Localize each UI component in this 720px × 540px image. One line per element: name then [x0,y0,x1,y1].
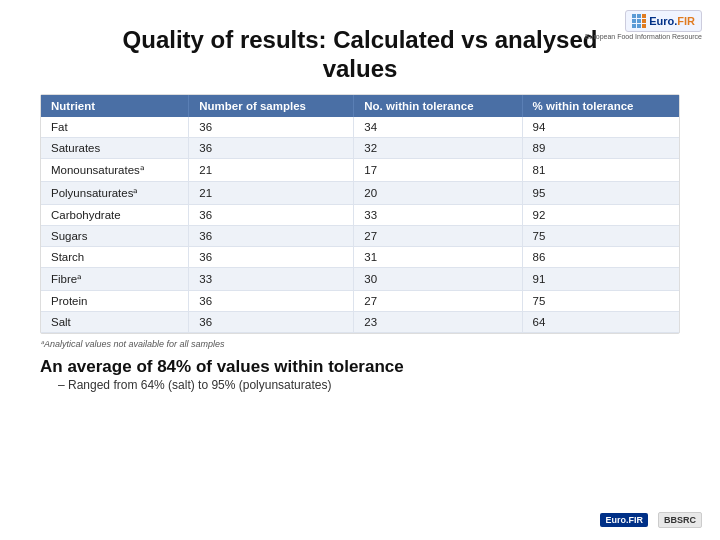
eurofir-logo: Euro.FIR [625,10,702,32]
page: Euro.FIR European Food Information Resou… [0,0,720,540]
cell-within: 30 [354,267,522,290]
cell-nutrient: Fat [41,117,189,138]
summary-main-text: An average of 84% of values within toler… [40,357,680,377]
cell-nutrient: Fibreᵃ [41,267,189,290]
table-row: Starch363186 [41,246,679,267]
table-row: Salt362364 [41,311,679,332]
cell-percent: 86 [522,246,679,267]
logo-subtitle: European Food Information Resource [585,33,702,40]
cell-within: 34 [354,117,522,138]
eurofir-text: Euro.FIR [649,15,695,27]
col-header-percent: % within tolerance [522,95,679,117]
grid-sq-7 [632,24,636,28]
cell-within: 27 [354,290,522,311]
cell-nutrient: Salt [41,311,189,332]
grid-sq-3 [642,14,646,18]
title-line2: values [30,55,690,84]
cell-samples: 36 [189,204,354,225]
cell-nutrient: Monounsaturatesᵃ [41,158,189,181]
col-header-within: No. within tolerance [354,95,522,117]
table-row: Fibreᵃ333091 [41,267,679,290]
cell-nutrient: Protein [41,290,189,311]
cell-within: 33 [354,204,522,225]
cell-within: 17 [354,158,522,181]
col-header-nutrient: Nutrient [41,95,189,117]
cell-percent: 75 [522,290,679,311]
cell-percent: 92 [522,204,679,225]
results-table: Nutrient Number of samples No. within to… [41,95,679,333]
grid-sq-1 [632,14,636,18]
table-row: Sugars362775 [41,225,679,246]
table-row: Carbohydrate363392 [41,204,679,225]
cell-nutrient: Starch [41,246,189,267]
logo-grid-icon [632,14,646,28]
cell-percent: 81 [522,158,679,181]
col-header-samples: Number of samples [189,95,354,117]
cell-within: 23 [354,311,522,332]
cell-samples: 36 [189,137,354,158]
bottom-logos: Euro.FIR BBSRC [600,512,702,528]
cell-samples: 21 [189,158,354,181]
grid-sq-4 [632,19,636,23]
table-header-row: Nutrient Number of samples No. within to… [41,95,679,117]
cell-percent: 94 [522,117,679,138]
bbsrc-logo: BBSRC [658,512,702,528]
cell-nutrient: Polyunsaturatesᵃ [41,181,189,204]
cell-samples: 36 [189,311,354,332]
cell-samples: 33 [189,267,354,290]
cell-nutrient: Carbohydrate [41,204,189,225]
grid-sq-2 [637,14,641,18]
cell-percent: 75 [522,225,679,246]
eurofir-bottom-logo: Euro.FIR [600,513,648,527]
table-footnote: ᵃAnalytical values not available for all… [40,339,680,349]
summary-section: An average of 84% of values within toler… [40,357,680,392]
cell-percent: 91 [522,267,679,290]
table-row: Monounsaturatesᵃ211781 [41,158,679,181]
cell-samples: 36 [189,290,354,311]
table-row: Fat363494 [41,117,679,138]
table-row: Polyunsaturatesᵃ212095 [41,181,679,204]
cell-samples: 36 [189,117,354,138]
cell-nutrient: Sugars [41,225,189,246]
grid-sq-9 [642,24,646,28]
cell-within: 32 [354,137,522,158]
grid-sq-6 [642,19,646,23]
cell-within: 20 [354,181,522,204]
data-table-container: Nutrient Number of samples No. within to… [40,94,680,334]
cell-percent: 95 [522,181,679,204]
table-row: Saturates363289 [41,137,679,158]
cell-percent: 64 [522,311,679,332]
grid-sq-8 [637,24,641,28]
cell-samples: 36 [189,246,354,267]
table-row: Protein362775 [41,290,679,311]
summary-sub-text: – Ranged from 64% (salt) to 95% (polyuns… [58,378,680,392]
cell-within: 31 [354,246,522,267]
cell-percent: 89 [522,137,679,158]
grid-sq-5 [637,19,641,23]
logo-area: Euro.FIR European Food Information Resou… [585,10,702,40]
cell-within: 27 [354,225,522,246]
table-body: Fat363494Saturates363289Monounsaturatesᵃ… [41,117,679,333]
cell-samples: 21 [189,181,354,204]
cell-nutrient: Saturates [41,137,189,158]
cell-samples: 36 [189,225,354,246]
